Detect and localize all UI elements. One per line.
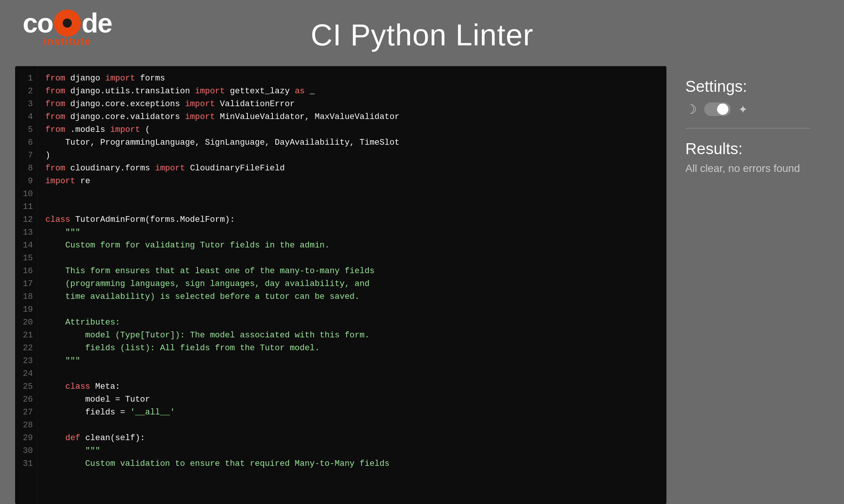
code-line-7: )	[45, 149, 659, 162]
settings-section: Settings: ☽ ✦	[685, 77, 810, 117]
line-num-2: 2	[22, 85, 33, 98]
line-num-28: 28	[22, 419, 33, 432]
logo-circle-icon	[54, 9, 81, 37]
code-line-31: Custom validation to ensure that require…	[45, 458, 659, 470]
code-line-13: """	[45, 226, 659, 239]
results-section: Results: All clear, no errors found	[685, 140, 810, 175]
code-line-21: model (Type[Tutor]): The model associate…	[45, 329, 659, 342]
results-title: Results:	[685, 140, 810, 158]
code-line-23: """	[45, 355, 659, 368]
code-line-15	[45, 252, 659, 265]
toggle-knob	[717, 104, 728, 115]
header: co de institute CI Python Linter	[0, 0, 844, 66]
line-num-9: 9	[22, 175, 33, 188]
code-line-26: model = Tutor	[45, 393, 659, 406]
divider	[685, 128, 810, 128]
line-num-1: 1	[22, 72, 33, 85]
code-line-20: Attributes:	[45, 316, 659, 329]
line-num-25: 25	[22, 380, 33, 393]
line-num-27: 27	[22, 406, 33, 419]
logo-de: de	[82, 8, 112, 39]
code-line-2: from django.utils.translation import get…	[45, 85, 659, 98]
line-num-14: 14	[22, 239, 33, 252]
code-line-8: from cloudinary.forms import CloudinaryF…	[45, 162, 659, 175]
code-line-25: class Meta:	[45, 380, 659, 393]
code-line-3: from django.core.exceptions import Valid…	[45, 98, 659, 111]
code-lines: from django import forms from django.uti…	[38, 66, 666, 504]
line-num-22: 22	[22, 342, 33, 355]
line-num-30: 30	[22, 445, 33, 458]
code-line-28	[45, 419, 659, 432]
line-num-5: 5	[22, 124, 33, 136]
settings-title: Settings:	[685, 77, 810, 96]
sun-icon: ✦	[738, 103, 748, 116]
page-title: CI Python Linter	[311, 18, 533, 53]
code-line-11	[45, 201, 659, 213]
line-num-21: 21	[22, 329, 33, 342]
code-line-5: from .models import (	[45, 124, 659, 136]
results-message: All clear, no errors found	[685, 162, 810, 175]
line-num-12: 12	[22, 213, 33, 226]
line-num-16: 16	[22, 265, 33, 278]
logo-institute: institute	[43, 36, 91, 48]
code-line-16: This form ensures that at least one of t…	[45, 265, 659, 278]
code-line-29: def clean(self):	[45, 432, 659, 445]
code-line-10	[45, 188, 659, 201]
logo-co: co	[23, 8, 53, 39]
code-line-4: from django.core.validators import MinVa…	[45, 111, 659, 124]
line-num-31: 31	[22, 458, 33, 470]
main-content: 1 2 3 4 5 6 7 8 9 10 11 12 13 14 15 16 1…	[0, 66, 844, 504]
code-line-27: fields = '__all__'	[45, 406, 659, 419]
code-line-6: Tutor, ProgrammingLanguage, SignLanguage…	[45, 136, 659, 149]
line-num-7: 7	[22, 149, 33, 162]
line-num-20: 20	[22, 316, 33, 329]
line-num-10: 10	[22, 188, 33, 201]
line-num-26: 26	[22, 393, 33, 406]
line-num-4: 4	[22, 111, 33, 124]
code-line-18: time availability) is selected before a …	[45, 291, 659, 303]
line-numbers: 1 2 3 4 5 6 7 8 9 10 11 12 13 14 15 16 1…	[15, 66, 38, 504]
kw-from-1: from	[45, 72, 70, 85]
line-num-24: 24	[22, 368, 33, 380]
code-panel[interactable]: 1 2 3 4 5 6 7 8 9 10 11 12 13 14 15 16 1…	[15, 66, 666, 504]
code-line-9: import re	[45, 175, 659, 188]
code-line-30: """	[45, 445, 659, 458]
logo-circle-inner	[63, 19, 72, 28]
line-num-29: 29	[22, 432, 33, 445]
line-num-13: 13	[22, 226, 33, 239]
code-line-17: (programming languages, sign languages, …	[45, 278, 659, 291]
code-line-12: class TutorAdminForm(forms.ModelForm):	[45, 213, 659, 226]
line-num-23: 23	[22, 355, 33, 368]
theme-controls: ☽ ✦	[685, 102, 810, 117]
logo: co de	[23, 8, 112, 39]
line-num-6: 6	[22, 136, 33, 149]
theme-toggle[interactable]	[704, 102, 731, 116]
code-line-24	[45, 368, 659, 380]
logo-area: co de institute	[23, 8, 112, 48]
moon-icon: ☽	[685, 102, 697, 117]
sidebar: Settings: ☽ ✦ Results: All clear, no err…	[666, 66, 829, 504]
line-num-11: 11	[22, 201, 33, 213]
line-num-19: 19	[22, 303, 33, 316]
code-line-14: Custom form for validating Tutor fields …	[45, 239, 659, 252]
code-line-1: from django import forms	[45, 72, 659, 85]
code-line-19	[45, 303, 659, 316]
line-num-15: 15	[22, 252, 33, 265]
line-num-18: 18	[22, 291, 33, 303]
line-num-17: 17	[22, 278, 33, 291]
line-num-8: 8	[22, 162, 33, 175]
code-content: 1 2 3 4 5 6 7 8 9 10 11 12 13 14 15 16 1…	[15, 66, 666, 504]
line-num-3: 3	[22, 98, 33, 111]
code-line-22: fields (list): All fields from the Tutor…	[45, 342, 659, 355]
